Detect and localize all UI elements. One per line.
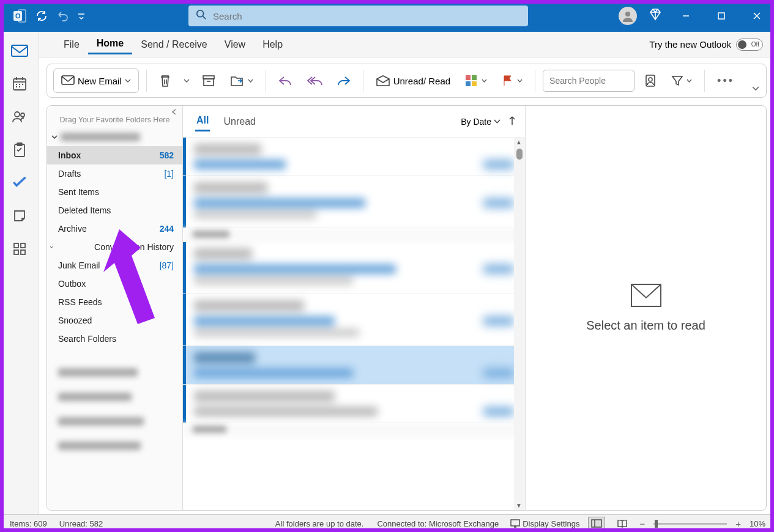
reply-all-button[interactable] <box>302 68 327 93</box>
tab-file[interactable]: File <box>55 35 88 54</box>
more-options-button[interactable]: ••• <box>712 68 739 93</box>
view-normal-icon[interactable] <box>588 517 605 530</box>
extra-account-row[interactable] <box>47 360 182 385</box>
filter-all-tab[interactable]: All <box>195 111 210 131</box>
view-reading-icon[interactable] <box>614 517 631 530</box>
message-item-selected[interactable] <box>183 346 525 385</box>
scroll-down-icon[interactable]: ▼ <box>516 502 522 509</box>
folder-conversation-history[interactable]: ›Conversation History <box>47 238 182 256</box>
message-item[interactable] <box>183 242 525 294</box>
tab-send-receive[interactable]: Send / Receive <box>132 35 216 54</box>
nav-tasks-clipboard-icon[interactable] <box>7 139 32 160</box>
expand-icon[interactable]: › <box>48 246 56 248</box>
svg-rect-36 <box>511 520 519 526</box>
new-email-button[interactable]: New Email <box>53 68 139 93</box>
folder-name: Snoozed <box>58 316 92 325</box>
forward-button[interactable] <box>332 68 355 93</box>
move-button[interactable] <box>225 68 258 93</box>
zoom-level[interactable]: 10% <box>750 519 765 528</box>
folder-pane: Drag Your Favorite Folders Here Inbox582… <box>47 106 183 510</box>
folder-name: Junk Email <box>58 260 100 270</box>
account-header[interactable] <box>47 128 182 146</box>
minimize-button[interactable] <box>674 4 698 28</box>
extra-account-row[interactable] <box>47 385 182 409</box>
favorites-dropzone[interactable]: Drag Your Favorite Folders Here <box>47 106 182 128</box>
sort-by-dropdown[interactable]: By Date <box>461 117 500 127</box>
search-icon <box>196 9 207 23</box>
tab-home[interactable]: Home <box>88 34 132 54</box>
try-new-label: Try the new Outlook <box>649 39 731 50</box>
unread-read-label: Unread/ Read <box>393 76 450 86</box>
nav-notes-icon[interactable] <box>7 205 32 226</box>
tab-help[interactable]: Help <box>254 35 291 54</box>
envelope-icon <box>630 283 662 308</box>
folder-outbox[interactable]: Outbox <box>47 275 182 293</box>
content-area: Drag Your Favorite Folders Here Inbox582… <box>47 105 767 511</box>
zoom-in-button[interactable]: + <box>735 519 741 529</box>
extra-account-row[interactable] <box>47 409 182 434</box>
nav-more-apps-icon[interactable] <box>7 238 32 259</box>
search-box[interactable] <box>188 6 528 26</box>
display-settings-button[interactable]: Display Settings <box>510 519 579 528</box>
zoom-out-button[interactable]: − <box>639 519 645 529</box>
undo-icon[interactable] <box>56 10 69 22</box>
delete-dropdown[interactable] <box>181 68 192 93</box>
scroll-up-icon[interactable]: ▲ <box>516 139 522 146</box>
ribbon-collapse-icon[interactable] <box>751 84 760 95</box>
message-list-items <box>183 138 525 510</box>
folder-name: Inbox <box>58 150 81 160</box>
collapse-folder-pane-icon[interactable] <box>171 108 177 117</box>
account-avatar[interactable] <box>619 7 637 25</box>
unread-read-button[interactable]: Unread/ Read <box>371 68 455 93</box>
search-people-input[interactable] <box>543 70 634 92</box>
ribbon: New Email Unread/ Read <box>39 57 774 102</box>
search-input[interactable] <box>213 11 521 21</box>
date-group-header[interactable] <box>183 423 525 437</box>
qat-customize-icon[interactable] <box>77 12 86 20</box>
categorize-button[interactable] <box>460 68 492 93</box>
reply-button[interactable] <box>274 68 297 93</box>
premium-diamond-icon[interactable] <box>648 7 663 24</box>
try-new-toggle[interactable]: Off <box>736 39 763 51</box>
maximize-button[interactable] <box>709 4 734 28</box>
tab-view[interactable]: View <box>216 35 254 54</box>
message-list-header: All Unread By Date <box>183 106 525 138</box>
nav-calendar-icon[interactable] <box>7 73 32 94</box>
svg-rect-27 <box>204 79 214 86</box>
folder-rss-feeds[interactable]: RSS Feeds <box>47 293 182 311</box>
svg-rect-32 <box>472 81 477 86</box>
nav-mail-icon[interactable] <box>7 40 32 61</box>
extra-account-row[interactable] <box>47 434 182 458</box>
flag-button[interactable] <box>497 68 527 93</box>
folder-deleted-items[interactable]: Deleted Items <box>47 201 182 220</box>
folder-junk-email[interactable]: Junk Email[87] <box>47 256 182 275</box>
folder-archive[interactable]: Archive244 <box>47 220 182 238</box>
message-item[interactable] <box>183 138 525 176</box>
message-item[interactable] <box>183 385 525 423</box>
sort-direction-button[interactable] <box>508 116 516 128</box>
scrollbar[interactable]: ▲ ▼ <box>514 138 525 510</box>
nav-people-icon[interactable] <box>7 106 32 127</box>
folder-name: Archive <box>58 224 87 234</box>
folder-snoozed[interactable]: Snoozed <box>47 311 182 330</box>
sync-icon[interactable] <box>35 10 48 22</box>
delete-button[interactable] <box>154 68 176 93</box>
filter-button[interactable] <box>666 68 697 93</box>
folder-inbox[interactable]: Inbox582 <box>47 146 182 164</box>
chevron-down-icon <box>51 133 58 141</box>
folder-search-folders[interactable]: Search Folders <box>47 330 182 348</box>
svg-rect-23 <box>14 250 18 254</box>
archive-button[interactable] <box>197 68 220 93</box>
date-group-header[interactable] <box>183 228 525 242</box>
scroll-thumb[interactable] <box>516 149 523 160</box>
close-button[interactable] <box>745 4 769 28</box>
folder-drafts[interactable]: Drafts[1] <box>47 164 182 183</box>
zoom-slider[interactable] <box>653 523 727 525</box>
new-email-label: New Email <box>78 76 122 86</box>
address-book-button[interactable] <box>639 68 661 93</box>
folder-sent-items[interactable]: Sent Items <box>47 183 182 201</box>
nav-todo-icon[interactable] <box>7 172 32 193</box>
message-item[interactable] <box>183 176 525 228</box>
message-item[interactable] <box>183 294 525 346</box>
filter-unread-tab[interactable]: Unread <box>222 113 256 131</box>
